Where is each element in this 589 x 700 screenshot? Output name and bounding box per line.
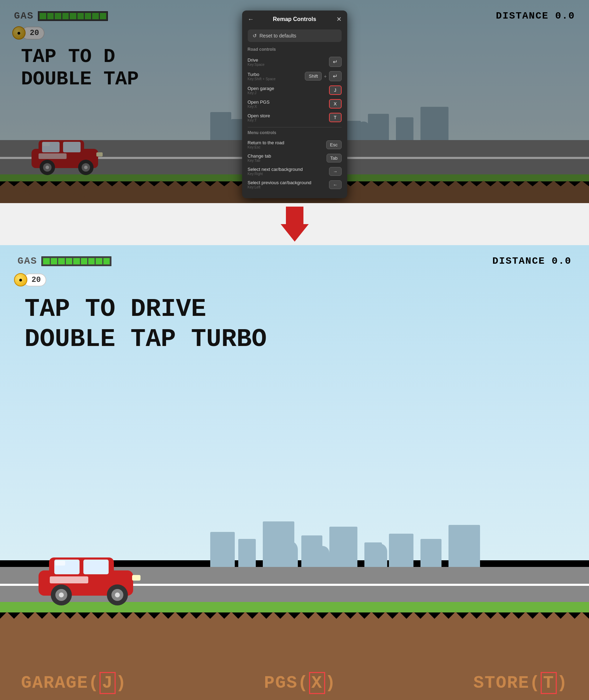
control-name-prev: Select previous car/background xyxy=(248,180,311,185)
control-name-drive: Drive xyxy=(248,57,265,63)
road-controls-label: Road controls xyxy=(242,47,347,55)
svg-point-20 xyxy=(59,592,64,597)
car-bottom xyxy=(35,544,144,605)
turbo-keys: Shift + ↵ xyxy=(305,71,341,81)
key-pgs[interactable]: X xyxy=(329,99,342,109)
modal-overlay: ← Remap Controls ✕ ↺ Reset to defaults R… xyxy=(0,0,589,203)
control-keyHint-prev: Key:Left xyxy=(248,185,311,189)
control-row-next: Select next car/background Key:Right → xyxy=(242,165,347,178)
control-name-garage: Open garage xyxy=(248,86,274,91)
control-name-store: Open store xyxy=(248,113,270,118)
modal-back-button[interactable]: ← xyxy=(248,16,254,23)
svg-rect-16 xyxy=(83,560,109,574)
control-row-drive: Drive Key:Space ↵ xyxy=(242,55,347,69)
control-keyHint-next: Key:Right xyxy=(248,172,303,176)
reset-defaults-button[interactable]: ↺ Reset to defaults xyxy=(248,29,342,42)
gas-bar-2 xyxy=(41,256,111,266)
modal-close-button[interactable]: ✕ xyxy=(336,15,342,23)
control-name-return: Return to the road xyxy=(248,140,285,145)
control-keyHint-turbo: Key:Shift + Space xyxy=(248,77,276,81)
control-name-turbo: Turbo xyxy=(248,72,276,77)
top-game-section: GAS DISTANCE 0.0 ● 20 TAP TO D DOUBLE TA… xyxy=(0,0,589,203)
control-name-tab: Change tab xyxy=(248,153,271,159)
control-info-prev: Select previous car/background Key:Left xyxy=(248,180,311,189)
key-store[interactable]: T xyxy=(329,113,342,122)
svg-rect-24 xyxy=(132,575,141,581)
modal-title: Remap Controls xyxy=(273,16,316,22)
control-info-tab: Change tab Key:Tab xyxy=(248,153,271,162)
key-turbo-shift[interactable]: Shift xyxy=(305,72,322,81)
control-keyHint-store: Key:T xyxy=(248,118,270,122)
modal-header: ← Remap Controls ✕ xyxy=(242,11,347,28)
key-return[interactable]: Esc xyxy=(326,140,342,149)
hud-bottom: GAS DISTANCE 0.0 xyxy=(0,256,589,266)
control-row-garage: Open garage Key:J J xyxy=(242,83,347,97)
control-info-drive: Drive Key:Space xyxy=(248,57,265,67)
key-next[interactable]: → xyxy=(329,167,342,176)
key-turbo-space[interactable]: ↵ xyxy=(329,71,342,81)
store-label-2: STORE(T) xyxy=(473,673,568,693)
control-info-pgs: Open PGS Key:X xyxy=(248,99,270,109)
arrow-section xyxy=(0,203,589,245)
reset-icon: ↺ xyxy=(253,33,257,39)
control-row-prev: Select previous car/background Key:Left … xyxy=(242,178,347,191)
coin-row-2: ● 20 xyxy=(14,273,46,286)
arrow-shaft xyxy=(286,207,303,224)
control-keyHint-drive: Key:Space xyxy=(248,63,265,67)
coin-icon-2: ● xyxy=(14,273,27,286)
down-arrow-container xyxy=(281,207,309,242)
control-info-store: Open store Key:T xyxy=(248,113,270,122)
control-keyHint-tab: Key:Tab xyxy=(248,159,271,162)
distance-display-2: DISTANCE 0.0 xyxy=(492,256,571,266)
control-info-turbo: Turbo Key:Shift + Space xyxy=(248,72,276,81)
key-drive[interactable]: ↵ xyxy=(329,57,342,67)
menu-controls-label: Menu controls xyxy=(242,130,347,138)
arrow-head xyxy=(281,224,309,242)
plus-sign: + xyxy=(324,74,327,79)
bottom-game-section: GAS DISTANCE 0.0 ● 20 TAP TO DRIVE DOUBL… xyxy=(0,245,589,700)
svg-rect-17 xyxy=(55,561,65,566)
control-row-turbo: Turbo Key:Shift + Space Shift + ↵ xyxy=(242,69,347,83)
pgs-label: PGS(X) xyxy=(264,673,336,693)
control-row-pgs: Open PGS Key:X X xyxy=(242,97,347,111)
control-name-next: Select next car/background xyxy=(248,167,303,172)
control-row-store: Open store Key:T T xyxy=(242,111,347,124)
key-garage[interactable]: J xyxy=(329,85,342,95)
control-info-next: Select next car/background Key:Right xyxy=(248,167,303,176)
remap-controls-modal: ← Remap Controls ✕ ↺ Reset to defaults R… xyxy=(242,11,347,198)
control-row-tab: Change tab Key:Tab Tab xyxy=(242,151,347,165)
control-info-garage: Open garage Key:J xyxy=(248,86,274,95)
game-instruction-text-2: TAP TO DRIVE DOUBLE TAP TURBO xyxy=(25,294,267,355)
control-keyHint-return: Key:Esc xyxy=(248,145,285,149)
key-prev[interactable]: ← xyxy=(329,180,342,189)
control-row-return: Return to the road Key:Esc Esc xyxy=(242,138,347,151)
divider xyxy=(248,127,342,127)
control-name-pgs: Open PGS xyxy=(248,99,270,105)
key-tab[interactable]: Tab xyxy=(327,154,342,162)
bottom-labels-2: GARAGE(J) PGS(X) STORE(T) xyxy=(0,673,589,693)
svg-point-23 xyxy=(115,592,120,597)
control-keyHint-garage: Key:J xyxy=(248,91,274,95)
garage-label-2: GARAGE(J) xyxy=(21,673,127,693)
svg-rect-25 xyxy=(50,576,88,583)
hud-left-2: GAS xyxy=(18,256,111,266)
control-info-return: Return to the road Key:Esc xyxy=(248,140,285,149)
control-keyHint-pgs: Key:X xyxy=(248,105,270,109)
gas-label-2: GAS xyxy=(18,256,37,266)
